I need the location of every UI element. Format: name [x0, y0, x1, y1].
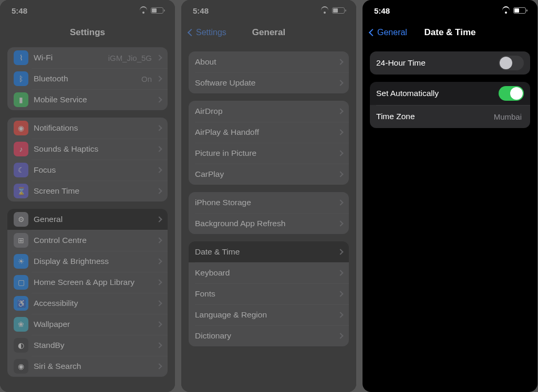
row-label: Wi-Fi: [34, 53, 108, 62]
sun-icon: ☀: [14, 254, 28, 269]
row-label: Fonts: [195, 289, 335, 299]
group-sharing: AirDrop AirPlay & Handoff Picture in Pic…: [189, 101, 349, 185]
row-timezone[interactable]: Time Zone Mumbai: [370, 105, 530, 128]
row-bluetooth[interactable]: ᛒ Bluetooth On: [7, 68, 168, 89]
row-24h-time[interactable]: 24-Hour Time: [370, 51, 530, 75]
datetime-list[interactable]: 24-Hour Time Set Automatically Time Zone…: [363, 44, 537, 392]
row-mobile-service[interactable]: ▮ Mobile Service: [7, 89, 168, 110]
chevron-right-icon: [156, 167, 162, 173]
row-label: General: [34, 215, 154, 224]
toggle-set-automatically[interactable]: [499, 86, 524, 101]
row-storage[interactable]: iPhone Storage: [189, 192, 349, 213]
row-language-region[interactable]: Language & Region: [189, 304, 349, 325]
row-screentime[interactable]: ⌛ Screen Time: [7, 181, 168, 202]
row-label: iPhone Storage: [195, 198, 335, 207]
row-focus[interactable]: ☾ Focus: [7, 160, 168, 181]
row-wifi[interactable]: ⌇ Wi-Fi iGM_Jio_5G: [7, 47, 168, 68]
chevron-right-icon: [337, 312, 343, 317]
row-label: Picture in Picture: [195, 149, 335, 158]
row-keyboard[interactable]: Keyboard: [189, 262, 349, 283]
screen-date-time: 5:48 General Date & Time 24-Hour Time Se…: [363, 0, 537, 392]
battery-icon: [151, 7, 163, 14]
chevron-right-icon: [156, 321, 162, 327]
row-accessibility[interactable]: ♿ Accessibility: [7, 293, 168, 314]
row-label: Focus: [34, 165, 154, 175]
screen-settings: 5:48 Settings ⌇ Wi-Fi iGM_Jio_5G ᛒ Bluet…: [0, 0, 175, 392]
row-set-automatically[interactable]: Set Automatically: [370, 82, 530, 105]
toggle-24h[interactable]: [499, 56, 524, 70]
row-label: Language & Region: [195, 310, 335, 320]
row-label: Accessibility: [34, 299, 154, 308]
back-button[interactable]: Settings: [189, 28, 226, 37]
row-label: Home Screen & App Library: [34, 278, 154, 287]
chevron-right-icon: [156, 342, 162, 348]
back-label: Settings: [196, 28, 226, 37]
row-pip[interactable]: Picture in Picture: [189, 143, 349, 164]
row-label: Notifications: [34, 123, 154, 133]
chevron-right-icon: [337, 59, 343, 65]
row-label: About: [195, 57, 335, 67]
general-list[interactable]: About Software Update AirDrop AirPlay & …: [181, 44, 356, 392]
row-fonts[interactable]: Fonts: [189, 283, 349, 304]
chevron-right-icon: [337, 199, 343, 205]
row-standby[interactable]: ◐ StandBy: [7, 335, 168, 356]
chevron-right-icon: [337, 333, 343, 338]
row-label: 24-Hour Time: [376, 58, 499, 68]
status-right: [139, 7, 163, 14]
group-auto: Set Automatically Time Zone Mumbai: [370, 82, 530, 128]
row-wallpaper[interactable]: ❀ Wallpaper: [7, 314, 168, 335]
screen-general: 5:48 Settings General About Software Upd…: [181, 0, 356, 392]
flower-icon: ❀: [14, 317, 28, 332]
row-sounds[interactable]: ♪ Sounds & Haptics: [7, 139, 168, 160]
status-bar: 5:48: [181, 0, 356, 21]
row-label: Bluetooth: [34, 74, 141, 83]
moon-icon: ☾: [14, 163, 28, 177]
row-date-time[interactable]: Date & Time: [189, 241, 349, 262]
row-label: Software Update: [195, 78, 335, 88]
chevron-right-icon: [156, 188, 162, 194]
row-control-centre[interactable]: ⊞ Control Centre: [7, 230, 168, 251]
row-airplay[interactable]: AirPlay & Handoff: [189, 122, 349, 143]
row-about[interactable]: About: [189, 51, 349, 72]
back-button[interactable]: General: [370, 28, 407, 37]
row-siri[interactable]: ◉ Siri & Search: [7, 356, 168, 377]
chevron-right-icon: [156, 258, 162, 264]
chevron-right-icon: [337, 171, 343, 177]
wifi-icon: [320, 7, 329, 14]
row-home-screen[interactable]: ▢ Home Screen & App Library: [7, 272, 168, 293]
nav-bar: Settings: [0, 21, 175, 44]
status-time: 5:48: [374, 6, 390, 15]
chevron-right-icon: [337, 291, 343, 296]
gear-icon: ⚙: [14, 212, 28, 227]
status-right: [320, 7, 345, 14]
row-label: AirDrop: [195, 107, 335, 116]
chevron-right-icon: [337, 220, 343, 226]
row-airdrop[interactable]: AirDrop: [189, 101, 349, 122]
chevron-right-icon: [337, 249, 343, 255]
wifi-icon: [502, 7, 510, 14]
row-software-update[interactable]: Software Update: [189, 72, 349, 93]
row-label: Keyboard: [195, 268, 335, 278]
siri-icon: ◉: [14, 359, 28, 374]
wifi-icon: [139, 7, 148, 14]
row-dictionary[interactable]: Dictionary: [189, 325, 349, 346]
settings-list[interactable]: ⌇ Wi-Fi iGM_Jio_5G ᛒ Bluetooth On ▮ Mobi…: [0, 44, 175, 392]
chevron-left-icon: [188, 29, 195, 36]
row-label: Time Zone: [376, 112, 494, 121]
row-notifications[interactable]: ◉ Notifications: [7, 118, 168, 139]
row-label: Screen Time: [34, 186, 154, 196]
row-carplay[interactable]: CarPlay: [189, 164, 349, 185]
wifi-icon: ⌇: [14, 50, 28, 65]
row-display[interactable]: ☀ Display & Brightness: [7, 251, 168, 272]
row-label: Date & Time: [195, 247, 335, 257]
chevron-right-icon: [156, 237, 162, 243]
status-time: 5:48: [12, 6, 27, 15]
status-bar: 5:48: [0, 0, 175, 21]
hourglass-icon: ⌛: [14, 184, 28, 198]
group-about: About Software Update: [189, 51, 349, 93]
row-general[interactable]: ⚙ General: [7, 209, 168, 230]
row-label: Set Automatically: [376, 89, 499, 98]
row-label: AirPlay & Handoff: [195, 128, 335, 137]
row-bg-refresh[interactable]: Background App Refresh: [189, 213, 349, 234]
row-label: Dictionary: [195, 331, 335, 341]
